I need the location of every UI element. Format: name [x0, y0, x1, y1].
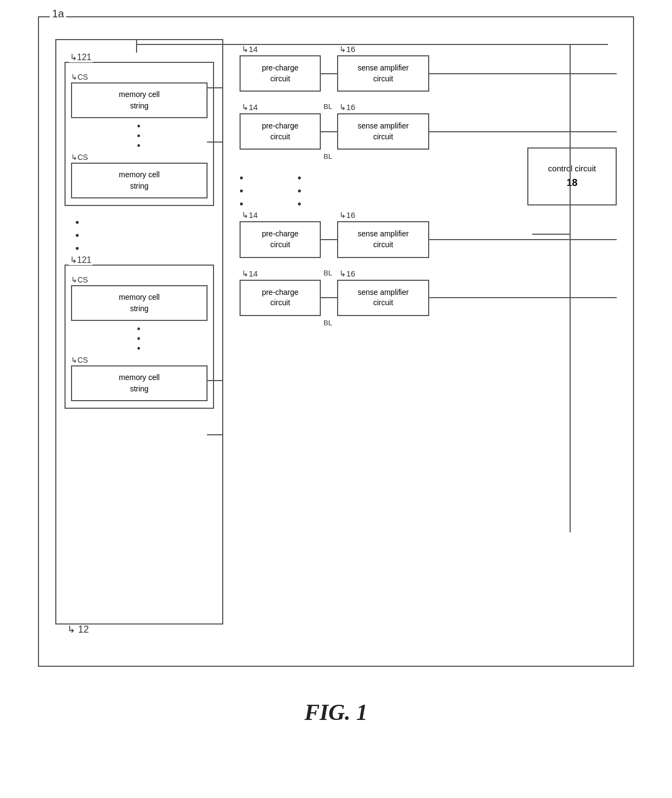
precharge-4-wrapper: ↳14 pre-chargecircuit — [240, 280, 321, 316]
mid-dots-left: ••• — [240, 171, 243, 210]
page-container: 1a ↳ 12 ↳121 ↳CS memory cellstring — [0, 0, 672, 798]
cs-label-1: ↳CS — [71, 73, 208, 81]
right-section: ↳14 pre-chargecircuit ↳16 sense amplifie… — [240, 39, 617, 625]
control-circuit-label: 18 — [566, 177, 577, 188]
outer-circuit-box: 1a ↳ 12 ↳121 ↳CS memory cellstring — [38, 16, 634, 667]
conn-line-4 — [321, 297, 337, 298]
dots-2: ••• — [71, 324, 208, 353]
label-1a: 1a — [50, 8, 66, 20]
circuit-row-3: ↳14 pre-chargecircuit ↳16 sense amplifie… — [240, 221, 617, 258]
cs-label-3: ↳CS — [71, 275, 208, 284]
precharge-2-label: ↳14 — [242, 102, 258, 112]
group2-label: ↳121 — [69, 255, 93, 265]
sense-4-label: ↳16 — [339, 269, 356, 279]
mem-group-2: ↳121 ↳CS memory cellstring ••• ↳CS — [64, 265, 214, 409]
mem-group-1: ↳121 ↳CS memory cellstring ••• ↳CS — [64, 62, 214, 206]
sense-4-wrapper: ↳16 sense amplifiercircuit — [337, 280, 429, 316]
bl-label-3: BL — [324, 269, 617, 277]
precharge-1-wrapper: ↳14 pre-chargecircuit — [240, 55, 321, 92]
conn-line-right-2 — [429, 131, 617, 132]
circuit-row-1: ↳14 pre-chargecircuit ↳16 sense amplifie… — [240, 55, 617, 92]
precharge-box-2: pre-chargecircuit — [240, 113, 321, 150]
mid-dots-right: ••• — [298, 171, 301, 210]
sense-box-1: sense amplifiercircuit — [337, 55, 429, 92]
bl-label-1: BL — [324, 102, 617, 111]
precharge-3-wrapper: ↳14 pre-chargecircuit — [240, 221, 321, 258]
circuit-row-2: ↳14 pre-chargecircuit ↳16 sense amplifie… — [240, 113, 617, 150]
mem-cell-box-3: memory cellstring — [71, 285, 208, 321]
conn-line-3 — [321, 239, 337, 240]
conn-line-right-4 — [429, 297, 617, 298]
cs-unit-1: ↳CS memory cellstring — [71, 73, 208, 118]
precharge-2-wrapper: ↳14 pre-chargecircuit — [240, 113, 321, 150]
mem-cell-box-1: memory cellstring — [71, 82, 208, 118]
conn-line-1 — [321, 73, 337, 74]
figure-label: FIG. 1 — [305, 699, 368, 725]
section-dots: ••• — [75, 216, 214, 255]
control-circuit-box: control circuit 18 — [527, 147, 617, 205]
memory-array-box: ↳ 12 ↳121 ↳CS memory cellstring ••• — [55, 39, 223, 625]
group1-label: ↳121 — [69, 52, 93, 62]
dots-1: ••• — [71, 121, 208, 151]
control-circuit-text: control circuit — [548, 164, 596, 173]
top-circuit-group: ↳14 pre-chargecircuit ↳16 sense amplifie… — [240, 55, 617, 160]
precharge-box-1: pre-chargecircuit — [240, 55, 321, 92]
precharge-1-label: ↳14 — [242, 44, 258, 54]
bl-label-4: BL — [324, 319, 617, 327]
cs-unit-2: ↳CS memory cellstring — [71, 153, 208, 198]
precharge-4-label: ↳14 — [242, 269, 258, 279]
cs-unit-4: ↳CS memory cellstring — [71, 356, 208, 401]
mem-cell-box-2: memory cellstring — [71, 163, 208, 198]
conn-line-right-3 — [429, 239, 617, 240]
precharge-3-label: ↳14 — [242, 210, 258, 220]
sense-box-4: sense amplifiercircuit — [337, 280, 429, 316]
mem-cell-box-4: memory cellstring — [71, 365, 208, 401]
sense-box-2: sense amplifiercircuit — [337, 113, 429, 150]
cs-unit-3: ↳CS memory cellstring — [71, 275, 208, 321]
bottom-circuit-group: ↳14 pre-chargecircuit ↳16 sense amplifie… — [240, 221, 617, 326]
conn-line-right-1 — [429, 73, 617, 74]
sense-3-label: ↳16 — [339, 210, 356, 220]
conn-line-2 — [321, 131, 337, 132]
sense-1-label: ↳16 — [339, 44, 356, 54]
sense-1-wrapper: ↳16 sense amplifiercircuit — [337, 55, 429, 92]
sense-box-3: sense amplifiercircuit — [337, 221, 429, 258]
circuit-row-4: ↳14 pre-chargecircuit ↳16 sense amplifie… — [240, 280, 617, 316]
sense-3-wrapper: ↳16 sense amplifiercircuit — [337, 221, 429, 258]
label-12: ↳ 12 — [67, 623, 89, 635]
cs-label-4: ↳CS — [71, 356, 208, 364]
cs-label-2: ↳CS — [71, 153, 208, 162]
precharge-box-3: pre-chargecircuit — [240, 221, 321, 258]
sense-2-label: ↳16 — [339, 102, 356, 112]
sense-2-wrapper: ↳16 sense amplifiercircuit — [337, 113, 429, 150]
precharge-box-4: pre-chargecircuit — [240, 280, 321, 316]
